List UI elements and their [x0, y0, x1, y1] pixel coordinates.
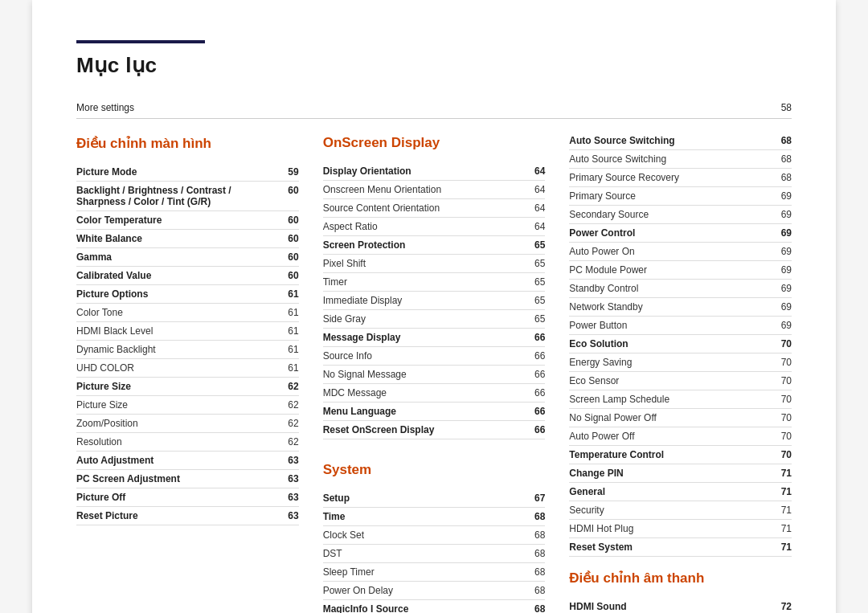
toc-page: 68	[772, 172, 792, 183]
table-row: Reset OnScreen Display66	[323, 421, 546, 439]
table-row: MDC Message66	[323, 384, 546, 403]
toc-label: HDMI Hot Plug	[569, 523, 772, 534]
table-row: Immediate Display65	[323, 292, 546, 310]
toc-label: Auto Power Off	[569, 431, 772, 442]
table-row: No Signal Message66	[323, 366, 546, 384]
toc-label: Immediate Display	[323, 295, 526, 306]
col3-section2-entries: HDMI Sound72	[569, 598, 792, 613]
toc-page: 71	[772, 468, 792, 479]
table-row: Clock Set68	[323, 526, 546, 545]
toc-page: 61	[280, 362, 299, 374]
table-row: Side Gray65	[323, 310, 546, 329]
table-row: Picture Options61	[76, 285, 299, 304]
header-line	[76, 40, 205, 43]
toc-page: 60	[280, 233, 299, 244]
toc-label: Dynamic Backlight	[76, 344, 280, 355]
table-row: Picture Size62	[76, 378, 299, 396]
toc-label: Screen Protection	[323, 239, 526, 251]
toc-label: Energy Saving	[569, 357, 772, 368]
table-row: Network Standby69	[569, 298, 792, 317]
toc-page: 70	[772, 357, 792, 368]
toc-label: HDMI Sound	[569, 601, 772, 612]
table-row: HDMI Hot Plug71	[569, 520, 792, 538]
toc-page: 63	[280, 473, 299, 484]
col3-section2-title: Điều chỉnh âm thanh	[569, 570, 792, 586]
table-row: Color Tone61	[76, 304, 299, 322]
table-row: Setup67	[323, 489, 546, 508]
toc-label: Picture Options	[76, 288, 280, 300]
col3: Auto Source Switching68Auto Source Switc…	[569, 132, 792, 613]
table-row: PC Module Power69	[569, 261, 792, 280]
toc-page: 68	[526, 566, 545, 578]
col1: Điều chỉnh màn hình Picture Mode59Backli…	[76, 132, 299, 613]
col2-section1-title: OnScreen Display	[323, 135, 546, 151]
top-entry-row: More settings 58	[76, 102, 792, 119]
toc-page: 69	[772, 246, 792, 257]
toc-label: Sleep Timer	[323, 566, 526, 578]
toc-label: Setup	[323, 492, 526, 504]
toc-label: Auto Power On	[569, 246, 772, 257]
col2: OnScreen Display Display Orientation64On…	[323, 132, 546, 613]
table-row: White Balance60	[76, 230, 299, 248]
toc-label: Source Content Orientation	[323, 202, 526, 214]
page-title: Mục lục	[76, 53, 792, 78]
table-row: Power Button69	[569, 317, 792, 335]
toc-page: 62	[280, 399, 299, 411]
toc-page: 68	[772, 153, 792, 165]
toc-page: 60	[280, 270, 299, 281]
toc-page: 59	[280, 166, 299, 178]
table-row: Onscreen Menu Orientation64	[323, 181, 546, 199]
toc-page: 60	[280, 185, 299, 196]
toc-page: 68	[526, 511, 545, 522]
toc-label: Calibrated Value	[76, 270, 280, 281]
table-row: Standby Control69	[569, 280, 792, 298]
toc-page: 61	[280, 344, 299, 355]
table-row: DST68	[323, 545, 546, 563]
toc-label: No Signal Message	[323, 369, 526, 380]
table-row: Source Content Orientation64	[323, 199, 546, 218]
toc-label: Power On Delay	[323, 585, 526, 596]
toc-label: Reset System	[569, 541, 772, 553]
toc-label: Change PIN	[569, 468, 772, 479]
page: Mục lục More settings 58 Điều chỉnh màn …	[32, 0, 836, 613]
toc-label: PC Screen Adjustment	[76, 473, 280, 484]
toc-page: 62	[280, 381, 299, 392]
toc-label: DST	[323, 548, 526, 559]
toc-page: 68	[526, 548, 545, 559]
col1-section-title: Điều chỉnh màn hình	[76, 135, 299, 152]
col3-section1-entries: Auto Source Switching68Auto Source Switc…	[569, 132, 792, 557]
toc-page: 65	[526, 276, 545, 288]
toc-label: Eco Solution	[569, 338, 772, 349]
toc-page: 65	[526, 239, 545, 251]
toc-page: 63	[280, 492, 299, 503]
toc-label: Auto Adjustment	[76, 455, 280, 466]
toc-page: 60	[280, 215, 299, 226]
toc-label: Pixel Shift	[323, 258, 526, 269]
toc-label: Reset OnScreen Display	[323, 424, 526, 435]
table-row: Source Info66	[323, 347, 546, 366]
toc-page: 64	[526, 184, 545, 195]
toc-label: White Balance	[76, 233, 280, 244]
toc-page: 69	[772, 264, 792, 276]
toc-label: MagicInfo I Source	[323, 603, 526, 613]
toc-label: MDC Message	[323, 387, 526, 398]
toc-label: UHD COLOR	[76, 362, 280, 374]
toc-label: Standby Control	[569, 283, 772, 294]
toc-page: 70	[772, 338, 792, 349]
toc-label: Side Gray	[323, 313, 526, 325]
toc-label: Aspect Ratio	[323, 221, 526, 232]
toc-label: Picture Off	[76, 492, 280, 503]
toc-page: 67	[526, 492, 545, 504]
toc-page: 70	[772, 412, 792, 423]
toc-page: 66	[526, 387, 545, 398]
table-row: Backlight / Brightness / Contrast / Shar…	[76, 182, 299, 211]
top-entry-page: 58	[781, 102, 792, 113]
table-row: Eco Sensor70	[569, 372, 792, 390]
page-number: 3	[799, 609, 812, 613]
toc-page: 65	[526, 313, 545, 325]
toc-label: Power Control	[569, 227, 772, 239]
toc-label: Onscreen Menu Orientation	[323, 184, 526, 195]
table-row: Sleep Timer68	[323, 563, 546, 582]
toc-page: 69	[772, 190, 792, 202]
table-row: Dynamic Backlight61	[76, 341, 299, 359]
